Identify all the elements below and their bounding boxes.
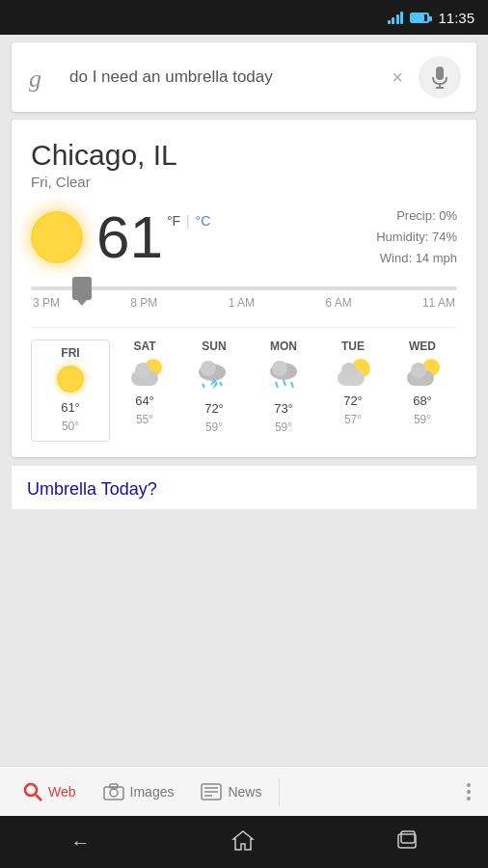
tab-images[interactable]: Images bbox=[90, 767, 188, 816]
back-button[interactable]: ← bbox=[51, 824, 109, 861]
status-icons: 11:35 bbox=[388, 10, 474, 26]
forecast-day-sat[interactable]: SAT 64° 55° bbox=[110, 339, 179, 442]
forecast-day-tue[interactable]: TUE 72° 57° bbox=[318, 339, 388, 442]
mic-button[interactable] bbox=[419, 56, 461, 98]
bottom-tabs: Web Images News bbox=[0, 766, 488, 816]
search-bar[interactable]: g do I need an umbrella today × bbox=[12, 42, 476, 112]
svg-rect-1 bbox=[436, 67, 444, 80]
svg-point-10 bbox=[272, 361, 287, 376]
sun-weather-temps: 72° 59° bbox=[204, 399, 224, 436]
svg-point-14 bbox=[25, 784, 37, 796]
timeline-track[interactable] bbox=[31, 286, 457, 290]
svg-marker-23 bbox=[233, 831, 253, 850]
sat-icon bbox=[127, 359, 162, 386]
battery-icon bbox=[410, 13, 429, 23]
tue-icon bbox=[336, 359, 370, 386]
fri-icon bbox=[57, 366, 84, 393]
tab-images-label: Images bbox=[130, 784, 175, 800]
tab-web[interactable]: Web bbox=[10, 767, 90, 816]
svg-line-11 bbox=[276, 382, 278, 388]
newspaper-icon bbox=[201, 783, 222, 800]
tab-web-label: Web bbox=[48, 784, 76, 800]
sun-icon bbox=[197, 359, 231, 393]
svg-line-15 bbox=[36, 795, 41, 800]
system-bar: ← bbox=[0, 816, 488, 868]
timeline[interactable]: 3 PM 8 PM 1 AM 6 AM 11 AM bbox=[31, 286, 457, 310]
temp-units: °F | °C bbox=[167, 207, 210, 229]
svg-line-13 bbox=[291, 382, 293, 388]
tab-news[interactable]: News bbox=[187, 767, 275, 816]
tab-news-label: News bbox=[228, 784, 261, 800]
sat-temps: 64° 55° bbox=[135, 392, 154, 428]
unit-sep: | bbox=[182, 213, 193, 229]
temperature-row: 61 °F | °C Precip: 0% Humidity: 74% Wind… bbox=[31, 205, 457, 269]
day-sat-label: SAT bbox=[133, 339, 155, 353]
forecast-day-fri[interactable]: FRI 61° 50° bbox=[31, 339, 110, 442]
timeline-labels: 3 PM 8 PM 1 AM 6 AM 11 AM bbox=[31, 296, 457, 310]
home-button[interactable] bbox=[212, 822, 274, 863]
humidity: Humidity: 74% bbox=[376, 227, 457, 248]
more-button[interactable] bbox=[459, 783, 478, 800]
weather-details: Precip: 0% Humidity: 74% Wind: 14 mph bbox=[376, 205, 457, 269]
svg-text:g: g bbox=[29, 65, 41, 93]
temperature-value: 61 bbox=[96, 207, 163, 267]
timeline-label-3: 6 AM bbox=[325, 296, 351, 310]
day-tue-label: TUE bbox=[341, 339, 365, 353]
day-condition: Fri, Clear bbox=[31, 174, 457, 190]
svg-line-12 bbox=[284, 380, 285, 386]
tue-temps: 72° 57° bbox=[343, 392, 363, 428]
day-sun-label: SUN bbox=[202, 339, 226, 353]
sun-icon bbox=[31, 211, 83, 263]
recent-button[interactable] bbox=[377, 823, 437, 862]
camera-icon bbox=[103, 783, 124, 800]
svg-point-17 bbox=[110, 789, 118, 797]
temp-display: 61 °F | °C bbox=[96, 207, 210, 267]
forecast-day-sun[interactable]: SUN 72° 59° bbox=[179, 339, 249, 442]
svg-rect-18 bbox=[110, 784, 118, 788]
forecast-day-wed[interactable]: WED 68° 59° bbox=[388, 339, 457, 442]
timeline-label-1: 8 PM bbox=[130, 296, 157, 310]
mon-temps: 73° 59° bbox=[274, 399, 293, 436]
fri-temps: 61° 50° bbox=[61, 398, 80, 435]
mic-icon bbox=[431, 66, 448, 89]
result-section[interactable]: Umbrella Today? bbox=[12, 465, 476, 509]
timeline-thumb[interactable] bbox=[72, 277, 92, 300]
timeline-label-4: 11 AM bbox=[422, 296, 455, 310]
temp-left: 61 °F | °C bbox=[31, 207, 210, 267]
forecast-day-mon[interactable]: MON 73° 59° bbox=[249, 339, 318, 442]
forecast-row: FRI 61° 50° SAT 64° 55° bbox=[31, 327, 457, 442]
unit-c[interactable]: °C bbox=[196, 213, 211, 229]
wed-icon bbox=[405, 359, 440, 386]
day-mon-label: MON bbox=[270, 339, 297, 353]
signal-icon bbox=[388, 11, 404, 24]
wed-temps: 68° 59° bbox=[413, 392, 432, 428]
day-fri-label: FRI bbox=[61, 346, 79, 360]
more-dots-icon bbox=[467, 783, 471, 800]
precip: Precip: 0% bbox=[376, 205, 457, 227]
city-name: Chicago, IL bbox=[31, 139, 457, 172]
timeline-label-0: 3 PM bbox=[33, 296, 60, 310]
search-query[interactable]: do I need an umbrella today bbox=[69, 67, 384, 88]
weather-card: Chicago, IL Fri, Clear 61 °F | °C Precip… bbox=[12, 120, 476, 457]
status-time: 11:35 bbox=[438, 10, 474, 26]
result-title[interactable]: Umbrella Today? bbox=[27, 479, 157, 499]
mon-icon bbox=[266, 359, 301, 393]
svg-line-8 bbox=[220, 382, 222, 386]
wind: Wind: 14 mph bbox=[376, 248, 457, 269]
svg-point-5 bbox=[201, 361, 216, 376]
status-bar: 11:35 bbox=[0, 0, 488, 35]
google-logo: g bbox=[27, 62, 58, 93]
search-tab-icon bbox=[23, 782, 42, 801]
timeline-label-2: 1 AM bbox=[229, 296, 255, 310]
tab-divider bbox=[279, 778, 280, 805]
day-wed-label: WED bbox=[409, 339, 436, 353]
svg-rect-25 bbox=[401, 831, 415, 843]
svg-line-7 bbox=[203, 384, 204, 388]
unit-f[interactable]: °F bbox=[167, 213, 180, 229]
clear-button[interactable]: × bbox=[384, 63, 411, 93]
